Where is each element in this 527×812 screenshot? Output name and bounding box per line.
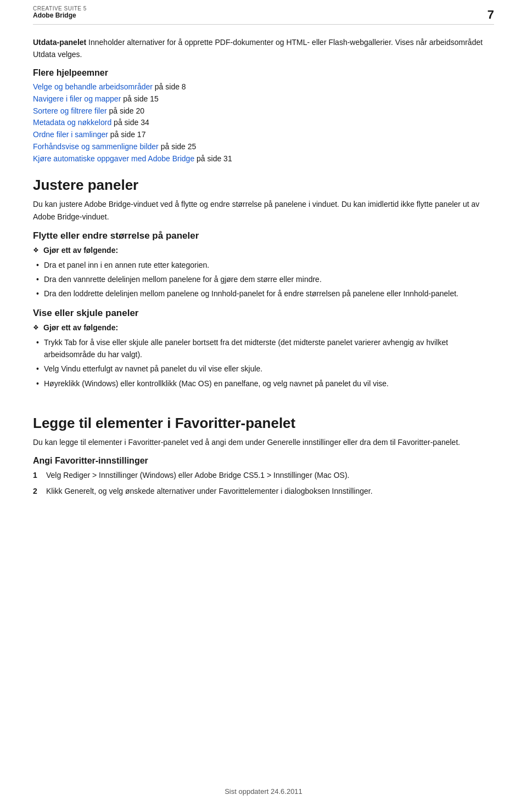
list-item: Metadata og nøkkelord på side 34 [33, 117, 494, 129]
diamond-icon-2: ❖ [33, 324, 39, 332]
page-header: CREATIVE SUITE 5 Adobe Bridge 7 [33, 0, 494, 24]
list-item: Sortere og filtrere filer på side 20 [33, 105, 494, 117]
page-number: 7 [487, 5, 494, 22]
legge-body1: Du kan legge til elementer i Favoritter-… [33, 436, 494, 448]
list-item: Velg Vindu etterfulgt av navnet på panel… [33, 363, 494, 375]
help-suffix-4: på side 34 [111, 118, 149, 127]
help-link-7[interactable]: Kjøre automatiske oppgaver med Adobe Bri… [33, 154, 194, 163]
angi-heading: Angi Favoritter-innstillinger [33, 456, 494, 466]
flytte-bullet-1: Dra et panel inn i en annen rute etter k… [44, 261, 209, 269]
help-link-2[interactable]: Navigere i filer og mapper [33, 94, 121, 103]
justere-body1: Du kan justere Adobe Bridge-vinduet ved … [33, 198, 494, 223]
help-link-1[interactable]: Velge og behandle arbeidsområder [33, 82, 153, 91]
help-suffix-6: på side 25 [159, 142, 197, 151]
list-item: Trykk Tab for å vise eller skjule alle p… [33, 336, 494, 361]
angi-step-2: Klikk Generelt, og velg ønskede alternat… [46, 487, 373, 495]
justere-section: Justere paneler Du kan justere Adobe Bri… [33, 177, 494, 390]
vise-bullet-list: Trykk Tab for å vise eller skjule alle p… [33, 336, 494, 390]
list-item: Kjøre automatiske oppgaver med Adobe Bri… [33, 153, 494, 165]
vise-bullet-2: Velg Vindu etterfulgt av navnet på panel… [44, 364, 262, 373]
help-link-4[interactable]: Metadata og nøkkelord [33, 118, 111, 127]
list-item: Velge og behandle arbeidsområder på side… [33, 81, 494, 93]
list-item: Forhåndsvise og sammenligne bilder på si… [33, 141, 494, 153]
vise-heading: Vise eller skjule paneler [33, 308, 494, 319]
list-item: Navigere i filer og mapper på side 15 [33, 93, 494, 105]
help-link-6[interactable]: Forhåndsvise og sammenligne bilder [33, 142, 159, 151]
page: CREATIVE SUITE 5 Adobe Bridge 7 Utdata-p… [0, 0, 527, 812]
list-item: Dra den loddrette delelinjen mellom pane… [33, 287, 494, 300]
help-suffix-5: på side 17 [108, 130, 146, 139]
intro-text: Utdata-panelet Inneholder alternativer f… [33, 37, 494, 60]
list-item: Ordne filer i samlinger på side 17 [33, 129, 494, 141]
flytte-bullet-2: Dra den vannrette delelinjen mellom pane… [44, 275, 322, 284]
footer-text: Sist oppdatert 24.6.2011 [225, 787, 302, 796]
help-suffix-1: på side 8 [153, 82, 186, 91]
vise-bullet-3: Høyreklikk (Windows) eller kontrollklikk… [44, 379, 389, 388]
page-footer: Sist oppdatert 24.6.2011 [0, 787, 527, 796]
vise-bullet-1: Trykk Tab for å vise eller skjule alle p… [44, 338, 448, 359]
help-link-5[interactable]: Ordne filer i samlinger [33, 130, 108, 139]
help-suffix-3: på side 20 [107, 106, 145, 115]
list-item: Høyreklikk (Windows) eller kontrollklikk… [33, 377, 494, 390]
help-suffix-7: på side 31 [194, 154, 232, 163]
intro-body: Inneholder alternativer for å opprette P… [33, 38, 483, 59]
intro-bold-term: Utdata-panelet [33, 38, 86, 47]
suite-label: CREATIVE SUITE 5 [33, 5, 87, 12]
header-left: CREATIVE SUITE 5 Adobe Bridge [33, 5, 87, 19]
help-link-3[interactable]: Sortere og filtrere filer [33, 106, 107, 115]
help-list: Velge og behandle arbeidsområder på side… [33, 81, 494, 165]
justere-heading: Justere paneler [33, 177, 494, 194]
angi-step-1: Velg Rediger > Innstillinger (Windows) e… [46, 471, 349, 480]
flytte-heading: Flytte eller endre størrelse på paneler [33, 230, 494, 241]
vise-diamond-row: ❖ Gjør ett av følgende: [33, 322, 494, 334]
legge-section: Legge til elementer i Favoritter-panelet… [33, 399, 494, 497]
flytte-bullet-3: Dra den loddrette delelinjen mellom pane… [44, 289, 458, 298]
list-item: Dra et panel inn i en annen rute etter k… [33, 259, 494, 271]
legge-heading: Legge til elementer i Favoritter-panelet [33, 415, 494, 432]
angi-steps: 1 Velg Rediger > Innstillinger (Windows)… [33, 469, 494, 497]
product-label: Adobe Bridge [33, 12, 87, 19]
list-item: 2 Klikk Generelt, og velg ønskede altern… [33, 485, 494, 497]
diamond-icon: ❖ [33, 246, 39, 255]
help-section: Flere hjelpeemner Velge og behandle arbe… [33, 68, 494, 165]
flytte-diamond-row: ❖ Gjør ett av følgende: [33, 245, 494, 257]
flytte-diamond-label: Gjør ett av følgende: [43, 245, 118, 257]
help-section-title: Flere hjelpeemner [33, 68, 494, 78]
list-item: Dra den vannrette delelinjen mellom pane… [33, 273, 494, 285]
help-suffix-2: på side 15 [121, 94, 159, 103]
header-divider [33, 24, 494, 25]
vise-diamond-label: Gjør ett av følgende: [43, 322, 118, 334]
flytte-bullet-list: Dra et panel inn i en annen rute etter k… [33, 259, 494, 300]
list-item: 1 Velg Rediger > Innstillinger (Windows)… [33, 469, 494, 481]
